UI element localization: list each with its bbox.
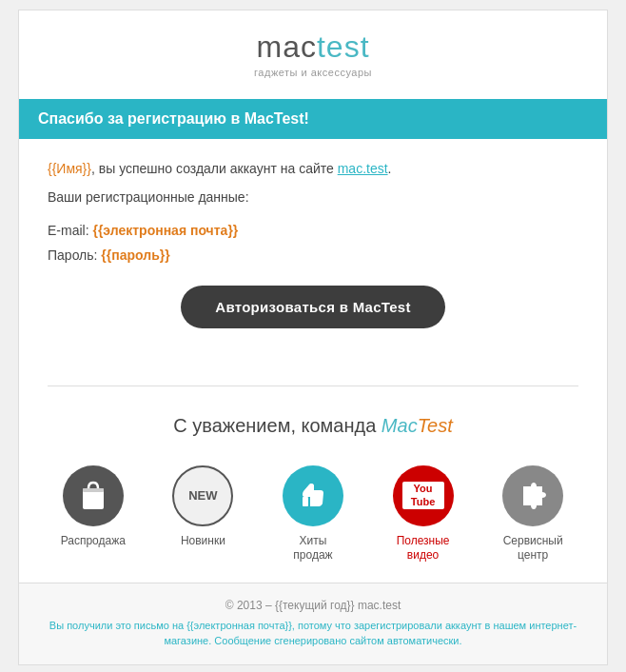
regards-test: Test — [418, 415, 453, 436]
footer-copyright: © 2013 – {{текущий год}} mac.test — [48, 599, 578, 612]
svg-rect-1 — [83, 488, 104, 492]
hits-icon-circle — [283, 465, 343, 526]
youtube-inner: You Tube — [402, 482, 444, 508]
regards-text: С уважением, команда — [173, 415, 381, 436]
email-line: E-mail: {{электронная почта}} — [48, 220, 578, 241]
logo-section: mactest гаджеты и аксессуары — [19, 10, 607, 88]
sale-label: Распродажа — [46, 534, 141, 549]
yt-tube: Tube — [406, 496, 440, 508]
icon-item-youtube[interactable]: You Tube Полезныевидео — [376, 465, 471, 563]
email-var: {{электронная почта}} — [92, 223, 238, 238]
service-label: Сервисныйцентр — [485, 534, 580, 563]
puzzle-icon — [516, 479, 550, 513]
credentials-block: E-mail: {{электронная почта}} Пароль: {{… — [48, 220, 578, 267]
logo-test: test — [317, 30, 370, 64]
sale-icon-circle — [63, 465, 124, 526]
icon-item-hits[interactable]: Хитыпродаж — [265, 465, 361, 563]
youtube-icon-circle: You Tube — [393, 465, 454, 526]
youtube-label: Полезныевидео — [376, 534, 471, 563]
button-wrapper: Авторизоваться в MacTest — [48, 286, 578, 328]
regards-mac: Mac — [381, 415, 418, 436]
icon-item-service[interactable]: Сервисныйцентр — [485, 465, 580, 563]
footer: © 2013 – {{текущий год}} mac.test Вы пол… — [19, 583, 607, 664]
greeting-line: {{Имя}}, вы успешно создали аккаунт на с… — [48, 158, 578, 179]
email-container: mactest гаджеты и аксессуары Спасибо за … — [18, 10, 608, 665]
service-icon-circle — [502, 465, 563, 526]
hits-label: Хитыпродаж — [265, 534, 361, 563]
tagline: гаджеты и аксессуары — [38, 67, 588, 78]
icons-section: Распродажа NEW Новинки Хитыпродаж — [19, 456, 607, 583]
banner: Спасибо за регистрацию в MacTest! — [19, 99, 607, 139]
divider — [48, 385, 578, 386]
auth-button[interactable]: Авторизоваться в MacTest — [181, 286, 445, 328]
footer-notice: Вы получили это письмо на {{электронная … — [48, 618, 578, 649]
new-label: Новинки — [155, 534, 250, 549]
icon-item-new[interactable]: NEW Новинки — [155, 465, 250, 549]
svg-rect-2 — [303, 497, 308, 506]
password-line: Пароль: {{пароль}} — [48, 245, 578, 266]
icon-item-sale[interactable]: Распродажа — [46, 465, 141, 549]
password-var: {{пароль}} — [101, 247, 169, 263]
new-badge: NEW — [188, 489, 217, 502]
logo: mactest — [38, 30, 588, 65]
credentials-intro: Ваши регистрационные данные: — [48, 187, 578, 208]
bag-icon — [79, 479, 108, 513]
banner-text: Спасибо за регистрацию в MacTest! — [38, 110, 309, 127]
name-var: {{Имя}} — [48, 161, 91, 176]
youtube-badge: You Tube — [402, 482, 444, 508]
regards-section: С уважением, команда MacTest — [19, 396, 607, 456]
body-content: {{Имя}}, вы успешно создали аккаунт на с… — [19, 139, 607, 376]
logo-mac: mac — [256, 30, 316, 64]
thumb-icon — [299, 482, 327, 510]
yt-you: You — [406, 483, 440, 495]
site-link[interactable]: mac.test — [338, 161, 388, 176]
new-icon-circle: NEW — [172, 465, 233, 526]
